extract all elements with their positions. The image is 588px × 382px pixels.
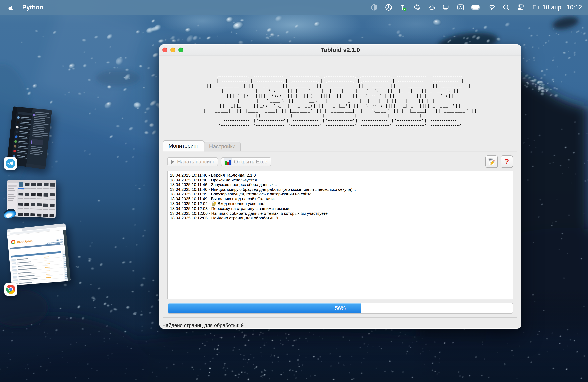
svg-text:23: 23 [417,7,419,9]
svg-text:A: A [459,5,462,10]
